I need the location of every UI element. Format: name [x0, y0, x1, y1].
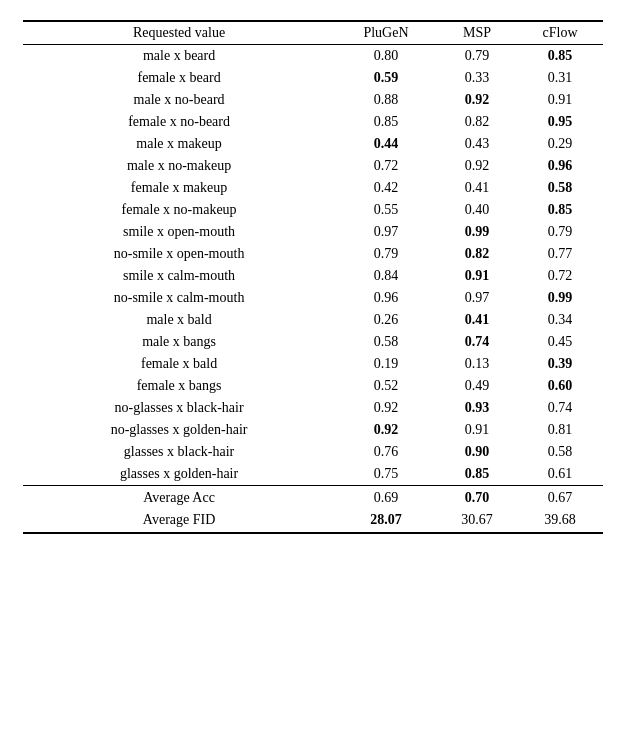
row-msp: 0.82	[437, 243, 517, 265]
row-msp: 0.91	[437, 419, 517, 441]
table-row: female x no-makeup0.550.400.85	[23, 199, 603, 221]
row-msp: 0.49	[437, 375, 517, 397]
row-cflow: 0.31	[517, 67, 603, 89]
table-row: male x makeup0.440.430.29	[23, 133, 603, 155]
row-msp: 0.97	[437, 287, 517, 309]
table-row: male x no-makeup0.720.920.96	[23, 155, 603, 177]
row-msp: 0.79	[437, 45, 517, 68]
row-cflow: 0.85	[517, 199, 603, 221]
row-label: female x bald	[23, 353, 335, 375]
row-cflow: 0.39	[517, 353, 603, 375]
table-row: female x bald0.190.130.39	[23, 353, 603, 375]
row-msp: 0.92	[437, 89, 517, 111]
row-plugen: 0.96	[335, 287, 437, 309]
row-msp: 0.43	[437, 133, 517, 155]
footer-row: Average FID28.0730.6739.68	[23, 509, 603, 533]
row-cflow: 0.29	[517, 133, 603, 155]
row-cflow: 0.81	[517, 419, 603, 441]
row-msp: 0.92	[437, 155, 517, 177]
row-msp: 0.85	[437, 463, 517, 486]
footer-row: Average Acc0.690.700.67	[23, 486, 603, 510]
row-plugen: 0.72	[335, 155, 437, 177]
table-row: male x no-beard0.880.920.91	[23, 89, 603, 111]
row-plugen: 0.76	[335, 441, 437, 463]
table-row: male x bald0.260.410.34	[23, 309, 603, 331]
row-plugen: 0.85	[335, 111, 437, 133]
row-msp: 0.91	[437, 265, 517, 287]
row-cflow: 0.34	[517, 309, 603, 331]
table-row: male x bangs0.580.740.45	[23, 331, 603, 353]
row-plugen: 0.19	[335, 353, 437, 375]
footer-msp: 30.67	[437, 509, 517, 533]
footer-cflow: 39.68	[517, 509, 603, 533]
row-plugen: 0.92	[335, 419, 437, 441]
table-row: smile x open-mouth0.970.990.79	[23, 221, 603, 243]
table-row: female x bangs0.520.490.60	[23, 375, 603, 397]
table-row: no-smile x open-mouth0.790.820.77	[23, 243, 603, 265]
row-plugen: 0.75	[335, 463, 437, 486]
row-cflow: 0.72	[517, 265, 603, 287]
col-header-msp: MSP	[437, 21, 517, 45]
row-cflow: 0.61	[517, 463, 603, 486]
table-row: no-smile x calm-mouth0.960.970.99	[23, 287, 603, 309]
row-msp: 0.90	[437, 441, 517, 463]
table-row: female x makeup0.420.410.58	[23, 177, 603, 199]
table-row: glasses x black-hair0.760.900.58	[23, 441, 603, 463]
footer-plugen: 0.69	[335, 486, 437, 510]
row-label: no-smile x open-mouth	[23, 243, 335, 265]
row-plugen: 0.79	[335, 243, 437, 265]
table-wrapper: Requested value PluGeN MSP cFlow male x …	[23, 20, 603, 534]
row-label: female x beard	[23, 67, 335, 89]
table-row: female x no-beard0.850.820.95	[23, 111, 603, 133]
row-label: smile x calm-mouth	[23, 265, 335, 287]
header-row: Requested value PluGeN MSP cFlow	[23, 21, 603, 45]
row-cflow: 0.45	[517, 331, 603, 353]
row-msp: 0.93	[437, 397, 517, 419]
footer-label: Average FID	[23, 509, 335, 533]
col-header-cflow: cFlow	[517, 21, 603, 45]
row-msp: 0.40	[437, 199, 517, 221]
table-row: glasses x golden-hair0.750.850.61	[23, 463, 603, 486]
row-msp: 0.13	[437, 353, 517, 375]
row-plugen: 0.80	[335, 45, 437, 68]
row-cflow: 0.85	[517, 45, 603, 68]
row-plugen: 0.59	[335, 67, 437, 89]
row-plugen: 0.92	[335, 397, 437, 419]
row-label: female x makeup	[23, 177, 335, 199]
row-plugen: 0.97	[335, 221, 437, 243]
row-label: male x bald	[23, 309, 335, 331]
results-table: Requested value PluGeN MSP cFlow male x …	[23, 20, 603, 534]
row-label: smile x open-mouth	[23, 221, 335, 243]
row-plugen: 0.26	[335, 309, 437, 331]
row-label: no-glasses x black-hair	[23, 397, 335, 419]
row-plugen: 0.44	[335, 133, 437, 155]
row-label: male x bangs	[23, 331, 335, 353]
footer-msp: 0.70	[437, 486, 517, 510]
footer-label: Average Acc	[23, 486, 335, 510]
row-msp: 0.74	[437, 331, 517, 353]
row-label: no-smile x calm-mouth	[23, 287, 335, 309]
row-msp: 0.82	[437, 111, 517, 133]
row-label: female x no-makeup	[23, 199, 335, 221]
row-msp: 0.33	[437, 67, 517, 89]
row-cflow: 0.60	[517, 375, 603, 397]
row-msp: 0.41	[437, 177, 517, 199]
row-cflow: 0.58	[517, 177, 603, 199]
row-cflow: 0.91	[517, 89, 603, 111]
row-label: glasses x black-hair	[23, 441, 335, 463]
row-plugen: 0.58	[335, 331, 437, 353]
row-msp: 0.41	[437, 309, 517, 331]
row-label: male x makeup	[23, 133, 335, 155]
row-cflow: 0.79	[517, 221, 603, 243]
col-header-plugen: PluGeN	[335, 21, 437, 45]
row-cflow: 0.95	[517, 111, 603, 133]
row-msp: 0.99	[437, 221, 517, 243]
table-row: male x beard0.800.790.85	[23, 45, 603, 68]
row-label: no-glasses x golden-hair	[23, 419, 335, 441]
row-label: male x no-makeup	[23, 155, 335, 177]
col-header-requested: Requested value	[23, 21, 335, 45]
table-row: no-glasses x black-hair0.920.930.74	[23, 397, 603, 419]
table-row: no-glasses x golden-hair0.920.910.81	[23, 419, 603, 441]
row-plugen: 0.55	[335, 199, 437, 221]
row-plugen: 0.88	[335, 89, 437, 111]
